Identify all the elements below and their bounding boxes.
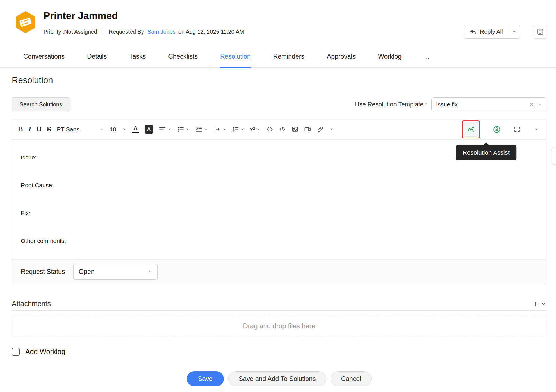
resolution-assist-highlight	[462, 120, 480, 138]
attachments-header: Attachments +	[12, 297, 546, 311]
save-and-add-to-solutions-button[interactable]: Save and Add To Solutions	[228, 371, 326, 386]
code-icon	[266, 126, 273, 133]
image-icon	[291, 126, 298, 133]
requester-link[interactable]: Sam Jones	[147, 29, 176, 35]
resolution-template-area: Use Resolution Template : Issue fix ✕	[355, 97, 546, 111]
section-title: Resolution	[12, 75, 53, 85]
reply-all-label: Reply All	[480, 28, 503, 35]
editor-line: Other comments:	[21, 237, 538, 245]
person-icon	[493, 126, 501, 133]
bullet-list-icon	[177, 126, 184, 133]
tab-more[interactable]: ...	[424, 46, 429, 68]
add-worklog-checkbox[interactable]	[12, 348, 20, 356]
tab-reminders[interactable]: Reminders	[273, 46, 304, 68]
editor-line: Fix:	[21, 209, 538, 217]
font-size-select[interactable]: 10	[110, 126, 127, 133]
ticket-type-icon	[13, 10, 38, 34]
zia-resolution-assist-icon	[467, 125, 475, 134]
font-family-select[interactable]: PT Sans	[57, 126, 104, 133]
attachments-title: Attachments	[12, 300, 51, 308]
bold-button[interactable]: B	[18, 126, 23, 133]
chevron-down-icon	[204, 127, 208, 131]
more-tools-chevron[interactable]	[329, 127, 334, 131]
add-worklog-label: Add Worklog	[25, 348, 65, 356]
toolbar-collapse-chevron[interactable]	[535, 127, 539, 131]
side-panel-handle[interactable]	[552, 147, 556, 165]
chevron-down-icon	[240, 127, 245, 131]
indent-button[interactable]	[214, 126, 226, 133]
template-label: Use Resolution Template :	[355, 101, 427, 108]
search-solutions-button[interactable]: Search Solutions	[12, 97, 70, 111]
tab-approvals[interactable]: Approvals	[327, 46, 356, 68]
tab-details[interactable]: Details	[87, 46, 107, 68]
template-clear-icon[interactable]: ✕	[529, 101, 534, 108]
ticket-page: Printer Jammed Priority :Not Assigned Re…	[0, 0, 556, 392]
template-select[interactable]: Issue fix ✕	[431, 97, 546, 111]
chevron-down-icon	[186, 127, 190, 131]
text-color-button[interactable]: A	[132, 126, 139, 133]
footer-actions: Save Save and Add To Solutions Cancel	[12, 371, 546, 386]
list-button[interactable]	[177, 126, 190, 133]
chevron-down-icon	[148, 270, 152, 274]
request-status-label: Request Status	[21, 268, 65, 275]
embed-button[interactable]	[279, 126, 286, 133]
embed-code-icon	[279, 126, 286, 133]
request-status-value: Open	[79, 268, 148, 275]
reply-options-chevron[interactable]	[508, 25, 520, 38]
chevron-down-icon	[222, 127, 226, 131]
add-attachment-button[interactable]: +	[532, 300, 538, 308]
background-color-button[interactable]: A	[145, 125, 153, 134]
font-size-value: 10	[110, 126, 116, 133]
indent-arrow-icon	[214, 126, 221, 133]
page-title: Printer Jammed	[44, 10, 118, 21]
outdent-icon	[195, 126, 202, 133]
fullscreen-icon	[514, 126, 521, 133]
fullscreen-button[interactable]	[514, 126, 521, 133]
insert-link-button[interactable]	[317, 126, 324, 133]
request-status-row: Request Status Open	[12, 259, 546, 284]
tab-tasks[interactable]: Tasks	[129, 46, 146, 68]
tab-resolution[interactable]: Resolution	[220, 46, 251, 68]
meta-divider	[103, 28, 103, 35]
line-spacing-icon	[232, 126, 239, 133]
request-status-select[interactable]: Open	[73, 264, 158, 280]
notes-button[interactable]	[534, 25, 547, 39]
resolution-assist-button[interactable]	[464, 122, 478, 137]
link-icon	[317, 126, 324, 133]
requested-by-label: Requested By	[109, 29, 144, 35]
priority-label: Priority :Not Assigned	[44, 29, 97, 35]
tab-bar: Conversations Details Tasks Checklists R…	[0, 46, 556, 68]
requested-on: on Aug 12, 2025 11:20 AM	[178, 29, 244, 35]
align-left-icon	[159, 126, 166, 133]
save-button[interactable]: Save	[187, 371, 224, 386]
attachment-dropzone[interactable]: Drag and drop files here	[12, 316, 546, 336]
template-value: Issue fix	[436, 101, 526, 108]
outdent-button[interactable]	[195, 126, 208, 133]
cancel-button[interactable]: Cancel	[331, 371, 372, 386]
requester-insights-button[interactable]	[493, 126, 501, 133]
text-color-bar	[132, 132, 139, 133]
editor-line: Root Cause:	[21, 181, 538, 189]
chevron-down-icon	[167, 127, 172, 131]
insert-video-button[interactable]	[304, 126, 311, 133]
add-worklog-row: Add Worklog	[12, 348, 65, 356]
align-button[interactable]	[159, 126, 172, 133]
attachments-collapse-chevron[interactable]	[541, 301, 546, 307]
reply-all-button[interactable]: Reply All	[464, 25, 520, 39]
editor-toolbar: B I U S PT Sans 10 A A	[12, 119, 546, 140]
resolution-editor: B I U S PT Sans 10 A A	[12, 119, 546, 284]
strikethrough-button[interactable]: S	[47, 126, 51, 133]
tab-checklists[interactable]: Checklists	[168, 46, 198, 68]
italic-button[interactable]: I	[29, 126, 31, 133]
chevron-down-icon	[122, 127, 127, 131]
reply-all-icon	[469, 28, 477, 35]
tab-worklog[interactable]: Worklog	[378, 46, 402, 68]
superscript-button[interactable]: x²	[250, 126, 261, 133]
tab-conversations[interactable]: Conversations	[23, 46, 65, 68]
code-view-button[interactable]	[266, 126, 273, 133]
insert-image-button[interactable]	[291, 126, 298, 133]
template-chevron-icon[interactable]	[537, 102, 542, 107]
chevron-down-icon	[100, 127, 104, 131]
line-spacing-button[interactable]	[232, 126, 245, 133]
underline-button[interactable]: U	[37, 126, 42, 133]
